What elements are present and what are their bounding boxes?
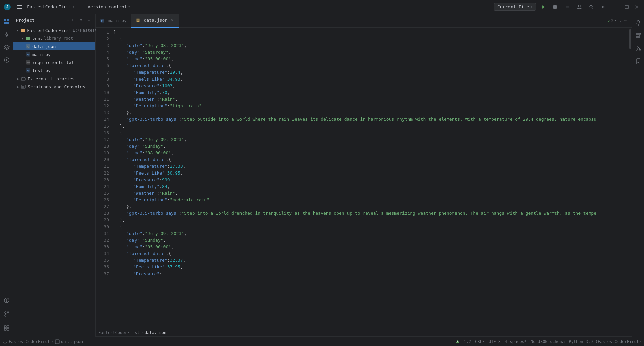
svg-text:{}: {} <box>27 45 30 48</box>
hierarchy-icon[interactable] <box>632 42 644 54</box>
svg-line-60 <box>638 47 640 49</box>
code-line: "Feels Like": 37.95, <box>112 264 629 270</box>
status-encoding[interactable]: UTF-8 <box>489 339 501 344</box>
svg-point-26 <box>6 301 7 302</box>
status-schema[interactable]: No JSON schema <box>531 339 565 344</box>
breadcrumb-project[interactable]: FastestCoderFirst <box>98 330 140 335</box>
code-line: "Temperature": 32.37, <box>112 257 629 264</box>
tree-item-root[interactable]: ▾ FastestCoderFirst E:\FastestC <box>13 26 95 34</box>
code-line: "time": "05:00:00", <box>112 244 629 250</box>
project-files-icon[interactable] <box>1 16 13 28</box>
svg-rect-43 <box>21 78 25 80</box>
project-name[interactable]: FastestCoderFirst ▾ <box>27 4 75 9</box>
tree-item-test-py[interactable]: Py test.py <box>13 66 95 75</box>
tab-close-button[interactable]: ✕ <box>169 18 175 23</box>
minimize-button[interactable] <box>612 2 621 12</box>
code-line: "forecast_data": { <box>112 156 629 163</box>
status-warnings[interactable] <box>455 340 460 344</box>
svg-rect-3 <box>17 7 22 7</box>
code-line: "Pressure": 1003, <box>112 83 629 89</box>
panel-more-button[interactable]: ⋯ <box>85 16 93 24</box>
status-line-ending[interactable]: CRLF <box>475 339 485 344</box>
status-interpreter[interactable]: Python 3.9 (FastestCoderFirst) <box>569 339 641 344</box>
code-line: "Pressure": <box>112 270 629 277</box>
svg-rect-15 <box>4 19 6 21</box>
code-line: "date": "July 09, 2023", <box>112 230 629 237</box>
tab-main-py[interactable]: Py main.py <box>96 14 131 28</box>
svg-marker-61 <box>3 340 7 344</box>
code-content: [ { "date": "July 08, 2023", "day": "Sat… <box>112 28 629 329</box>
title-bar: J FastestCoderFirst ▾ Version control ▾ … <box>0 0 644 14</box>
new-file-button[interactable]: + <box>69 16 76 24</box>
svg-line-9 <box>592 8 593 9</box>
status-position[interactable]: 1:2 <box>464 339 471 344</box>
profile-button[interactable] <box>574 2 584 12</box>
svg-text:Py: Py <box>27 53 30 56</box>
search-button[interactable] <box>586 2 596 12</box>
run-button[interactable] <box>538 2 548 12</box>
scratches-icon <box>21 84 26 89</box>
tree-item-data-json[interactable]: {} data.json <box>13 42 95 50</box>
breadcrumb-file[interactable]: data.json <box>145 330 166 335</box>
svg-point-29 <box>5 315 6 316</box>
title-bar-right: Current File ▾ ⋯ <box>494 2 641 12</box>
maximize-button[interactable] <box>622 2 631 12</box>
stop-button[interactable] <box>550 2 560 12</box>
tab-bar: Py main.py {} data.json ✕ <box>96 14 632 28</box>
code-line: "Humidity": 84, <box>112 183 629 190</box>
panel-title: Project <box>16 18 66 23</box>
tree-item-venv[interactable]: ▶ venv library root <box>13 34 95 42</box>
editor-scrollbar[interactable] <box>629 28 632 329</box>
warnings-badge[interactable]: ✓ 2 ▾ ⌄ <box>608 18 621 23</box>
git-icon[interactable] <box>1 308 13 320</box>
py-file-icon: Py <box>25 52 31 57</box>
structure-icon[interactable] <box>632 30 644 42</box>
vcs-button[interactable]: Version control ▾ <box>86 4 132 10</box>
bookmark-icon[interactable] <box>632 55 644 67</box>
tree-label-test-py: test.py <box>32 68 51 73</box>
txt-file-icon: txt <box>25 60 31 65</box>
notifications-icon[interactable] <box>632 17 644 29</box>
settings-button[interactable] <box>598 2 608 12</box>
current-file-button[interactable]: Current File ▾ <box>494 3 536 11</box>
layers-icon[interactable] <box>1 41 13 53</box>
code-line: [ <box>112 29 629 36</box>
close-button[interactable] <box>632 2 641 12</box>
code-editor[interactable]: 12345 678910 1112131415 1617181920 21222… <box>96 28 632 329</box>
tree-item-external-libs[interactable]: ▶ External Libraries <box>13 75 95 83</box>
plugins-icon[interactable] <box>1 322 13 334</box>
code-line: "Humidity": 70, <box>112 89 629 96</box>
svg-line-59 <box>637 47 638 49</box>
tree-label-data-json: data.json <box>32 44 56 49</box>
external-libs-icon <box>21 76 26 81</box>
tab-more-button[interactable]: ⋯ <box>621 17 629 25</box>
code-line: "Pressure": 999, <box>112 177 629 183</box>
status-project[interactable]: FastestCoderFirst <box>3 339 50 344</box>
svg-point-18 <box>6 34 8 36</box>
panel-settings-button[interactable]: ⚙ <box>77 16 85 24</box>
tab-data-json[interactable]: {} data.json ✕ <box>131 14 179 28</box>
tree-item-main-py[interactable]: Py main.py <box>13 50 95 58</box>
status-bar: FastestCoderFirst › {} data.json 1:2 CRL… <box>0 337 644 346</box>
svg-rect-53 <box>636 33 641 34</box>
tree-item-scratches[interactable]: ▶ Scratches and Consoles <box>13 83 95 91</box>
svg-rect-12 <box>625 5 628 9</box>
code-line: }, <box>112 217 629 224</box>
commit-icon[interactable] <box>1 29 13 41</box>
tree-label-requirements: requirements.txt <box>32 60 74 65</box>
svg-marker-21 <box>4 45 9 48</box>
status-indent[interactable]: 4 spaces* <box>505 339 527 344</box>
run-debug-icon[interactable] <box>1 54 13 66</box>
activity-bar <box>0 14 13 337</box>
code-line: }, <box>112 123 629 130</box>
code-line: "date": "July 09, 2023", <box>112 136 629 143</box>
tab-py-icon: Py <box>100 18 105 23</box>
tree-item-requirements[interactable]: txt requirements.txt <box>13 58 95 66</box>
menu-button[interactable] <box>15 2 24 12</box>
svg-text:{}: {} <box>137 19 139 22</box>
venv-folder-icon <box>25 36 31 41</box>
main-content: Project ▾ + ⚙ ⋯ ▾ FastestCoderFirst E:\F… <box>0 14 644 337</box>
problems-icon[interactable] <box>1 294 13 306</box>
status-file[interactable]: {} data.json <box>55 339 83 344</box>
more-options-button[interactable]: ⋯ <box>562 2 572 12</box>
